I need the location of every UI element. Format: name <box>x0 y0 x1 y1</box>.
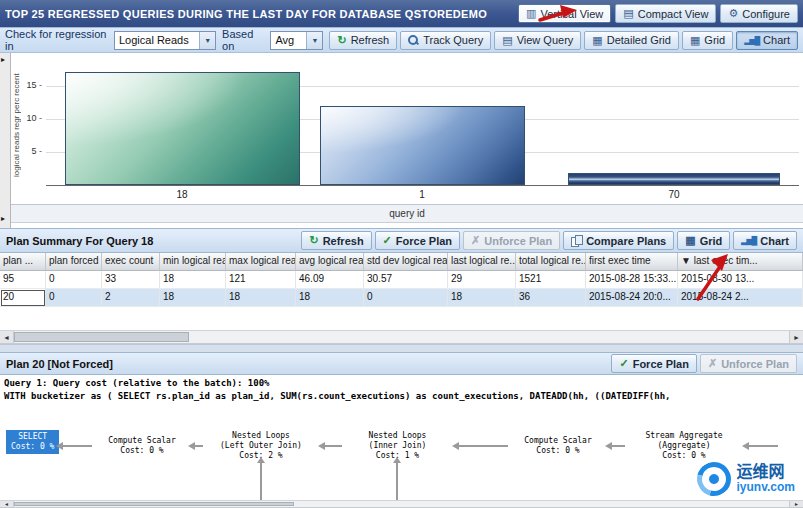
plan-summary-chart-button[interactable]: ▂▅█ Chart <box>733 231 797 250</box>
column-header[interactable]: first exec time <box>586 253 678 271</box>
scrollbar-thumb[interactable] <box>14 332 189 342</box>
scroll-right-icon[interactable] <box>789 331 803 343</box>
grid-icon: ▦ <box>592 35 602 46</box>
grid-horizontal-scrollbar[interactable] <box>0 330 803 344</box>
vertical-view-button[interactable]: ▥ Vertical View <box>518 4 611 23</box>
cell[interactable]: 18 <box>160 271 226 289</box>
collapse-arrow-icon[interactable]: ▸ <box>1 215 5 223</box>
column-header[interactable]: std dev logical rea... <box>364 253 448 271</box>
compare-plans-button[interactable]: Compare Plans <box>563 231 674 250</box>
detailed-grid-label: Detailed Grid <box>607 34 671 46</box>
plan-node-clipped[interactable]: Nested Loops (Inner Join) Cost: 1 % <box>782 431 803 461</box>
plan-summary-grid-button[interactable]: ▦ Grid <box>677 231 730 250</box>
plan-summary-refresh-button[interactable]: ↻ Refresh <box>301 231 371 250</box>
column-header[interactable]: total logical re... <box>516 253 586 271</box>
cell[interactable]: 18 <box>226 289 296 307</box>
cell[interactable]: 46.09 <box>296 271 364 289</box>
query-sql-line: WITH bucketizer as ( SELECT rs.plan_id a… <box>4 390 799 403</box>
check-icon: ✓ <box>383 235 392 246</box>
chevron-down-icon[interactable] <box>199 32 215 49</box>
track-query-button[interactable]: Track Query <box>400 31 491 50</box>
cell[interactable]: 29 <box>448 271 516 289</box>
table-row[interactable]: 95 0 33 18 121 46.09 30.57 29 1521 2015-… <box>0 271 803 289</box>
cell[interactable]: 0 <box>46 271 102 289</box>
plan-node-compute-scalar[interactable]: Compute Scalar Cost: 0 % <box>96 436 188 456</box>
bar-chart-icon: ▂▅█ <box>741 236 756 245</box>
plan-node-select[interactable]: SELECT Cost: 0 % <box>6 430 59 454</box>
grid-view-button[interactable]: ▦ Grid <box>682 31 733 50</box>
cell[interactable]: 33 <box>102 271 160 289</box>
column-header[interactable]: plan ... <box>0 253 46 271</box>
column-header-sorted[interactable]: ▼ last exec tim... <box>678 253 803 271</box>
column-header[interactable]: max logical rea... <box>226 253 296 271</box>
y-tick-label: 5 <box>22 146 42 156</box>
plan-node-compute-scalar-2[interactable]: Compute Scalar Cost: 0 % <box>512 436 604 456</box>
grid-empty-area <box>0 307 803 331</box>
refresh-button[interactable]: ↻ Refresh <box>329 31 397 50</box>
table-row-selected[interactable]: 20 0 2 18 18 18 0 18 36 2015-08-24 20:0.… <box>0 289 803 307</box>
plan-panel-header: Plan 20 [Not Forced] ✓ Force Plan ✗ Unfo… <box>0 352 803 375</box>
query-plan-text: Query 1: Query cost (relative to the bat… <box>0 375 803 405</box>
detailed-grid-button[interactable]: ▦ Detailed Grid <box>584 31 679 50</box>
cell[interactable]: 18 <box>160 289 226 307</box>
cell[interactable]: 30.57 <box>364 271 448 289</box>
based-on-dropdown-value: Avg <box>271 34 306 46</box>
x-icon: ✗ <box>708 358 717 369</box>
column-header[interactable]: avg logical rea... <box>296 253 364 271</box>
plan-edge-arrow <box>744 445 778 447</box>
execution-plan-diagram: SELECT Cost: 0 % Compute Scalar Cost: 0 … <box>0 405 803 500</box>
cell[interactable]: 2015-08-24 2... <box>678 289 803 307</box>
plan-force-plan-button[interactable]: ✓ Force Plan <box>611 354 696 373</box>
chart-bar-query-1[interactable] <box>320 106 525 185</box>
column-header[interactable]: min logical rea... <box>160 253 226 271</box>
plan-horizontal-scrollbar[interactable] <box>0 500 803 508</box>
check-icon: ✓ <box>619 358 628 369</box>
cell[interactable]: 0 <box>364 289 448 307</box>
scroll-left-icon[interactable] <box>0 331 14 343</box>
plan-edge-arrow <box>320 445 342 447</box>
watermark-name: 运维网 <box>737 464 795 481</box>
cell[interactable]: 2015-08-30 13... <box>678 271 803 289</box>
chart-view-button[interactable]: ▂▅█ Chart <box>736 31 798 50</box>
chart-bar-query-18[interactable] <box>65 72 300 185</box>
unforce-plan-button[interactable]: ✗ Unforce Plan <box>463 231 560 250</box>
cell[interactable]: 2015-08-24 20:0... <box>586 289 678 307</box>
plan-branch-line <box>396 462 398 500</box>
chevron-down-icon[interactable] <box>306 32 322 49</box>
gear-icon: ⚙ <box>728 8 738 19</box>
cell[interactable]: 2015-08-28 15:33... <box>586 271 678 289</box>
cell[interactable]: 95 <box>0 271 46 289</box>
x-icon: ✗ <box>471 235 480 246</box>
cell[interactable]: 2 <box>102 289 160 307</box>
cell[interactable]: 1521 <box>516 271 586 289</box>
column-header[interactable]: exec count <box>102 253 160 271</box>
refresh-icon: ↻ <box>309 235 318 246</box>
page-title: TOP 25 REGRESSED QUERIES DURING THE LAST… <box>5 8 512 20</box>
cell-selected[interactable]: 20 <box>0 289 46 307</box>
plan-node-stream-aggregate[interactable]: Stream Aggregate (Aggregate) Cost: 0 % <box>628 431 740 461</box>
cell[interactable]: 0 <box>46 289 102 307</box>
scrollbar-thumb[interactable] <box>14 502 294 506</box>
x-axis-title: query id <box>389 208 425 219</box>
cell[interactable]: 18 <box>448 289 516 307</box>
plan-unforce-plan-button[interactable]: ✗ Unforce Plan <box>700 354 797 373</box>
chart-splitter-strip[interactable]: ▸ ▸ <box>0 53 11 228</box>
view-query-button[interactable]: ▤ View Query <box>494 31 581 50</box>
based-on-dropdown[interactable]: Avg <box>270 31 323 50</box>
cell[interactable]: 36 <box>516 289 586 307</box>
metric-dropdown[interactable]: Logical Reads <box>114 31 216 50</box>
cell[interactable]: 121 <box>226 271 296 289</box>
cell[interactable]: 18 <box>296 289 364 307</box>
configure-button[interactable]: ⚙ Configure <box>720 4 798 23</box>
collapse-arrow-icon[interactable]: ▸ <box>1 56 5 64</box>
force-plan-button[interactable]: ✓ Force Plan <box>375 231 460 250</box>
scroll-right-icon[interactable] <box>789 501 803 507</box>
x-axis-line <box>46 185 799 186</box>
column-header[interactable]: last logical re... <box>448 253 516 271</box>
column-header[interactable]: plan forced <box>46 253 102 271</box>
scroll-left-icon[interactable] <box>0 501 14 507</box>
compact-view-button[interactable]: ▤ Compact View <box>615 4 716 23</box>
chart-bar-query-70[interactable] <box>568 173 780 185</box>
regressed-queries-chart: ▸ ▸ logical reads regr perc recent 15 10… <box>0 53 803 228</box>
x-tick-label: 70 <box>668 189 679 200</box>
